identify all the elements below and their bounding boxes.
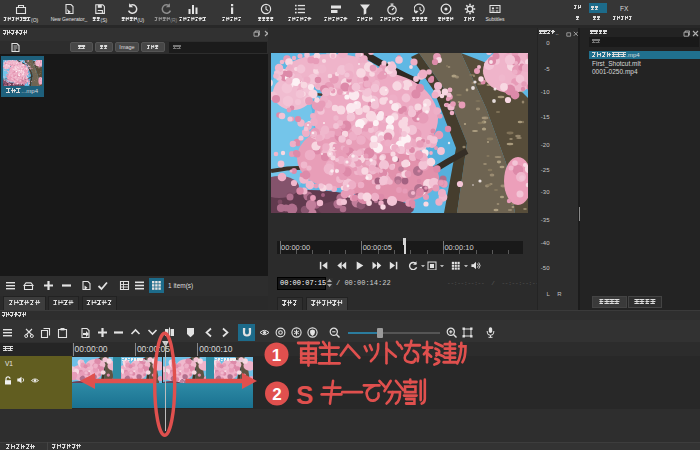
svg-text:2: 2 — [272, 385, 281, 404]
svg-text:1: 1 — [272, 346, 281, 365]
svg-text:S: S — [296, 380, 313, 410]
